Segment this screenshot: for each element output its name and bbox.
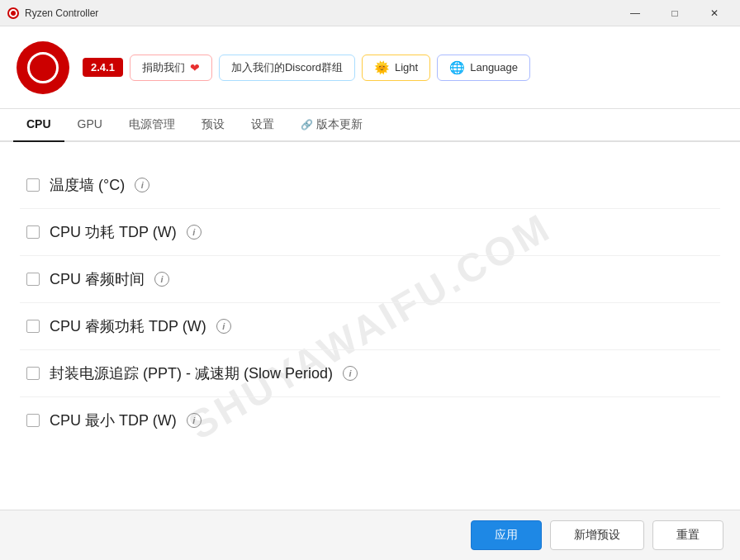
- svg-point-2: [12, 12, 15, 15]
- footer: 应用 新增预设 重置: [0, 510, 740, 560]
- version-badge: 2.4.1: [83, 58, 123, 77]
- temp-wall-checkbox[interactable]: [26, 178, 40, 192]
- maximize-button[interactable]: □: [656, 0, 694, 26]
- temp-wall-info-icon[interactable]: i: [135, 178, 149, 192]
- tab-settings[interactable]: 设置: [238, 109, 287, 142]
- boost-time-label: CPU 睿频时间: [50, 269, 145, 289]
- tab-update[interactable]: 🔗 版本更新: [287, 109, 376, 142]
- boost-tdp-label: CPU 睿频功耗 TDP (W): [50, 316, 206, 336]
- discord-label: 加入我们的Discord群组: [231, 60, 343, 75]
- globe-icon: 🌐: [449, 60, 465, 75]
- header-buttons: 2.4.1 捐助我们 ❤ 加入我们的Discord群组 🌞 Light 🌐 La…: [83, 55, 723, 81]
- setting-row-boost-tdp: CPU 睿频功耗 TDP (W) i: [20, 303, 720, 350]
- cpu-tdp-checkbox[interactable]: [26, 225, 40, 239]
- light-mode-button[interactable]: 🌞 Light: [362, 55, 430, 81]
- cpu-min-tdp-checkbox[interactable]: [26, 414, 40, 427]
- setting-row-cpu-tdp: CPU 功耗 TDP (W) i: [20, 209, 720, 256]
- temp-wall-label: 温度墙 (°C): [50, 175, 125, 195]
- minimize-button[interactable]: —: [616, 0, 654, 26]
- header: 2.4.1 捐助我们 ❤ 加入我们的Discord群组 🌞 Light 🌐 La…: [0, 26, 740, 109]
- cpu-min-tdp-info-icon[interactable]: i: [187, 413, 202, 428]
- app-title: Ryzen Controller: [25, 7, 98, 19]
- language-button[interactable]: 🌐 Language: [437, 55, 530, 81]
- boost-time-checkbox[interactable]: [26, 273, 40, 286]
- tabs: CPU GPU 电源管理 预设 设置 🔗 版本更新: [0, 109, 740, 142]
- donate-label: 捐助我们: [142, 60, 185, 75]
- ppt-slow-checkbox[interactable]: [26, 367, 40, 380]
- logo-inner: [27, 52, 59, 83]
- tab-power[interactable]: 电源管理: [116, 109, 188, 142]
- add-preset-button[interactable]: 新增预设: [550, 520, 644, 550]
- cpu-min-tdp-label: CPU 最小 TDP (W): [50, 411, 177, 430]
- boost-tdp-info-icon[interactable]: i: [216, 319, 231, 334]
- link-icon: 🔗: [301, 119, 313, 131]
- setting-row-cpu-min-tdp: CPU 最小 TDP (W) i: [20, 397, 720, 444]
- ppt-slow-label: 封装电源追踪 (PPT) - 减速期 (Slow Period): [50, 363, 333, 383]
- light-label: Light: [395, 61, 418, 74]
- boost-tdp-checkbox[interactable]: [26, 320, 40, 333]
- setting-row-boost-time: CPU 睿频时间 i: [20, 256, 720, 303]
- language-label: Language: [470, 61, 518, 74]
- sun-icon: 🌞: [374, 60, 390, 75]
- title-bar-left: Ryzen Controller: [7, 7, 98, 20]
- setting-row-ppt-slow: 封装电源追踪 (PPT) - 减速期 (Slow Period) i: [20, 350, 720, 397]
- cpu-tdp-info-icon[interactable]: i: [187, 225, 202, 240]
- boost-time-info-icon[interactable]: i: [154, 272, 169, 287]
- discord-button[interactable]: 加入我们的Discord群组: [219, 55, 355, 81]
- tab-cpu[interactable]: CPU: [13, 109, 64, 142]
- window-controls: — □ ✕: [616, 0, 733, 26]
- title-bar: Ryzen Controller — □ ✕: [0, 0, 740, 26]
- donate-button[interactable]: 捐助我们 ❤: [130, 55, 212, 81]
- setting-row-temp-wall: 温度墙 (°C) i: [20, 162, 720, 209]
- apply-button[interactable]: 应用: [471, 520, 542, 550]
- main-content: SHUYAWAIFU.COM 温度墙 (°C) i CPU 功耗 TDP (W)…: [0, 142, 740, 510]
- settings-list: 温度墙 (°C) i CPU 功耗 TDP (W) i CPU 睿频时间 i C…: [20, 162, 720, 444]
- heart-icon: ❤: [190, 61, 200, 74]
- close-button[interactable]: ✕: [695, 0, 733, 26]
- reset-button[interactable]: 重置: [652, 520, 723, 550]
- logo: [17, 41, 69, 94]
- tab-gpu[interactable]: GPU: [64, 109, 116, 142]
- tab-preset[interactable]: 预设: [188, 109, 238, 142]
- app-icon: [7, 7, 20, 20]
- ppt-slow-info-icon[interactable]: i: [343, 366, 358, 381]
- cpu-tdp-label: CPU 功耗 TDP (W): [50, 222, 177, 242]
